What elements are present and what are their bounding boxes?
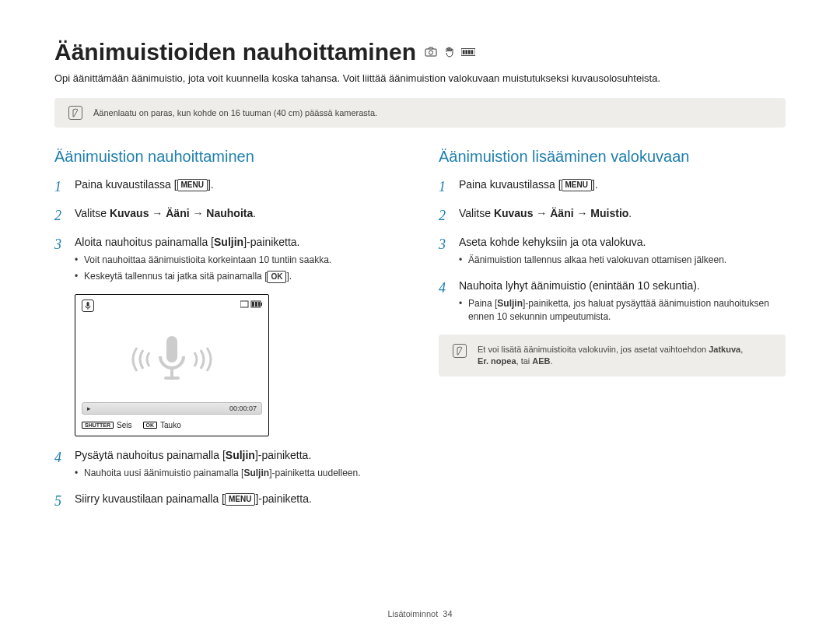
hand-icon [443,47,457,58]
large-mic-icon [121,328,222,391]
page-footer: Lisätoiminnot 34 [0,609,840,618]
svg-rect-0 [425,49,436,56]
svg-rect-16 [164,377,180,380]
right-step-1: 1 Paina kuvaustilassa [MENU]. [439,177,786,198]
battery-icon [240,299,262,312]
top-note-text: Äänenlaatu on paras, kun kohde on 16 tuu… [93,108,377,117]
right-note-box: Et voi lisätä äänimuistioita valokuviin,… [439,335,786,377]
svg-rect-7 [87,302,89,306]
svg-rect-13 [258,302,260,306]
scene-icon [461,47,475,58]
step-number: 3 [439,234,451,270]
ok-key: OK [267,271,286,283]
stop-label: Seis [117,421,131,429]
step-number: 1 [54,177,67,198]
left-step-5: 5 Siirry kuvaustilaan painamalla [MENU]-… [54,491,401,512]
step-number: 2 [439,205,451,226]
substep: Nauhoita uusi äänimuistio painamalla [Su… [75,467,401,480]
svg-rect-10 [261,303,262,306]
svg-rect-5 [468,50,471,54]
substep: Äänimuistion tallennus alkaa heti valoku… [459,254,786,267]
left-step-4: 4 Pysäytä nauhoitus painamalla [Suljin]-… [54,447,401,483]
page-subtitle: Opi äänittämään äänimuistio, jota voit k… [54,72,786,86]
play-indicator: ▸ [87,405,91,412]
left-step-2: 2 Valitse Kuvaus → Ääni → Nauhoita. [54,205,401,226]
recording-screen-illustration: ▸ 00:00:07 SHUTTER Seis OK Tauko [75,294,269,436]
note-icon [68,106,82,120]
right-step-3: 3 Aseta kohde kehyksiin ja ota valokuva.… [439,234,786,270]
right-step-4: 4 Nauhoita lyhyt äänimuistio (enintään 1… [439,278,786,327]
camera-auto-icon [424,47,438,58]
step-number: 3 [54,234,67,286]
step-number: 4 [439,278,451,327]
top-note-box: Äänenlaatu on paras, kun kohde on 16 tuu… [54,98,786,128]
svg-rect-11 [252,302,254,306]
substep: Paina [Suljin]-painiketta, jos haluat py… [459,297,786,324]
ok-key-label: OK [143,422,158,429]
footer-page-number: 34 [443,609,452,618]
left-step-3: 3 Aloita nauhoitus painamalla [Suljin]-p… [54,234,401,286]
pause-label: Tauko [160,421,181,429]
timer-label: 00:00:07 [229,405,257,412]
right-heading: Äänimuistion lisääminen valokuvaan [439,148,786,166]
left-column: Äänimuistion nauhoittaminen 1 Paina kuva… [54,148,401,519]
right-step-2: 2 Valitse Kuvaus → Ääni → Muistio. [439,205,786,226]
mic-icon [82,299,94,312]
substep: Voit nauhoittaa äänimuistioita korkeinta… [75,254,401,267]
note-icon [453,344,467,358]
menu-key: MENU [225,493,255,506]
right-column: Äänimuistion lisääminen valokuvaan 1 Pai… [439,148,786,519]
footer-section-label: Lisätoiminnot [387,609,438,618]
left-step-1: 1 Paina kuvaustilassa [MENU]. [54,177,401,198]
svg-rect-4 [465,50,467,54]
svg-rect-15 [170,368,173,377]
left-heading: Äänimuistion nauhoittaminen [54,148,401,166]
svg-point-1 [429,51,433,54]
shutter-key-label: SHUTTER [82,422,114,429]
step-number: 2 [54,205,67,226]
svg-rect-3 [463,50,465,54]
page-title: Äänimuistioiden nauhoittaminen [54,39,475,65]
title-mode-icons [424,47,475,58]
svg-rect-6 [471,50,474,54]
svg-rect-12 [255,302,257,306]
page-title-text: Äänimuistioiden nauhoittaminen [54,39,416,65]
progress-bar: ▸ 00:00:07 [82,402,262,415]
svg-rect-14 [166,336,177,363]
menu-key: MENU [177,179,208,191]
step-number: 5 [54,491,67,512]
menu-key: MENU [562,179,592,191]
svg-rect-8 [240,301,248,307]
step-number: 1 [439,177,451,198]
step-number: 4 [54,447,67,483]
substep: Keskeytä tallennus tai jatka sitä painam… [75,270,401,283]
